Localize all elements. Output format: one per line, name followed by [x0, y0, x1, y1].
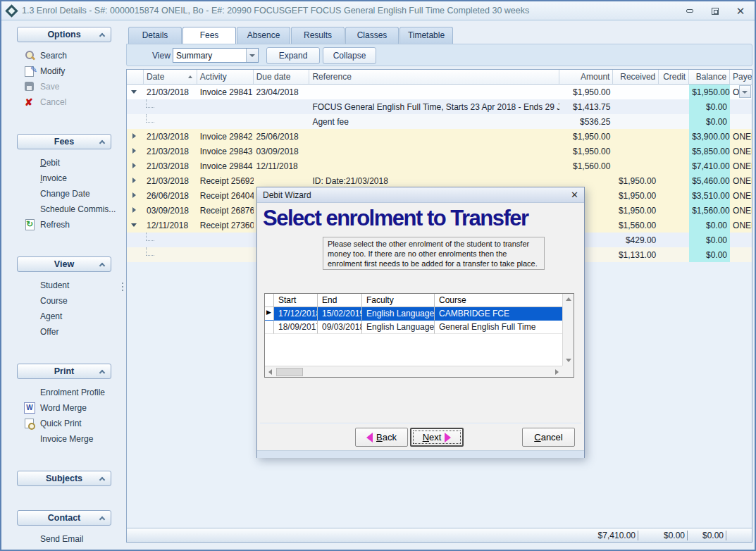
- enrolment-row[interactable]: ▶ 17/12/2018 15/02/2019 English Language…: [265, 307, 574, 321]
- item-label: Invoice Merge: [40, 434, 93, 444]
- col-balance[interactable]: Balance: [689, 70, 730, 84]
- sidebar-item-course[interactable]: Course: [7, 293, 121, 309]
- col-reference[interactable]: Reference: [309, 70, 559, 84]
- sidebar-item-search[interactable]: Search: [7, 48, 121, 63]
- chevron-down-icon[interactable]: [246, 49, 258, 62]
- sidebar-item-save[interactable]: Save: [7, 79, 121, 94]
- sidebar-item-agent[interactable]: Agent: [7, 309, 121, 324]
- col-date[interactable]: Date: [144, 70, 197, 84]
- sidebar-item-invoice-merge[interactable]: Invoice Merge: [7, 431, 121, 447]
- col-payee[interactable]: Payee: [730, 70, 752, 84]
- section-header-subjects[interactable]: Subjects: [17, 471, 111, 486]
- col-credit[interactable]: Credit: [659, 70, 689, 84]
- sidebar-item-enrolment-profile[interactable]: Enrolment Profile: [7, 385, 121, 400]
- next-button[interactable]: Next: [410, 428, 464, 447]
- cell-activity: Invoice 29844: [197, 159, 254, 173]
- row-expander[interactable]: [127, 99, 144, 114]
- sort-asc-icon: [188, 75, 192, 78]
- sidebar-item-invoice[interactable]: Invoice: [7, 171, 121, 186]
- collapse-button[interactable]: Collapse: [323, 47, 376, 64]
- col-due-date[interactable]: Due date: [254, 70, 310, 84]
- sidebar-item-student[interactable]: Student: [7, 278, 121, 293]
- payee-dropdown[interactable]: [739, 85, 751, 98]
- sidebar-item-offer[interactable]: Offer: [7, 324, 121, 340]
- row-expander[interactable]: [127, 203, 144, 218]
- maximize-icon[interactable]: [707, 5, 724, 17]
- close-icon[interactable]: ✕: [571, 190, 578, 200]
- cell-course: CAMBRIDGE FCE: [435, 307, 562, 321]
- scroll-right-icon[interactable]: [555, 369, 559, 375]
- item-label: Enrolment Profile: [40, 388, 105, 397]
- row-expander[interactable]: [127, 114, 144, 129]
- scroll-down-icon[interactable]: [566, 359, 571, 362]
- expander-icon: [131, 90, 137, 94]
- col-activity[interactable]: Activity: [197, 70, 254, 84]
- section-header-contact[interactable]: Contact: [17, 510, 111, 526]
- item-icon: [24, 295, 36, 307]
- row-expander[interactable]: [127, 85, 144, 99]
- cell-due-date: 25/06/2018: [254, 129, 310, 144]
- row-expander[interactable]: [127, 173, 144, 188]
- tab-strip: DetailsFeesAbsenceResultsClassesTimetabl…: [128, 27, 454, 44]
- back-button[interactable]: Back: [355, 428, 408, 447]
- minimize-icon[interactable]: [681, 5, 698, 17]
- horizontal-scrollbar[interactable]: [265, 366, 562, 377]
- dialog-title-bar[interactable]: Debit Wizard ✕: [257, 187, 584, 203]
- sidebar-item-change-date[interactable]: Change Date: [7, 186, 121, 202]
- sidebar-item-quick-print[interactable]: Quick Print: [7, 416, 121, 431]
- table-row[interactable]: FOCUS General English Full Time, Starts …: [127, 99, 752, 114]
- cell-received: [613, 85, 659, 99]
- enrolment-row[interactable]: 18/09/2017 09/03/2018 English Language G…: [265, 321, 574, 334]
- section-header-options[interactable]: Options: [17, 27, 111, 42]
- row-expander[interactable]: [127, 247, 144, 262]
- close-icon[interactable]: ✕: [732, 5, 749, 17]
- sidebar-item-cancel[interactable]: Cancel: [7, 94, 121, 110]
- sidebar-splitter-handle[interactable]: [120, 280, 125, 295]
- tab-absence[interactable]: Absence: [237, 27, 290, 44]
- cell-balance: $5,460.00: [689, 173, 730, 188]
- tab-details[interactable]: Details: [128, 27, 182, 44]
- expand-button[interactable]: Expand: [266, 47, 320, 64]
- app-logo-icon: [5, 4, 18, 17]
- col-received[interactable]: Received: [613, 70, 659, 84]
- sidebar-item-word-merge[interactable]: Word Merge: [7, 400, 121, 416]
- cell-activity: [197, 233, 254, 247]
- table-row[interactable]: Agent fee $536.25 $0.00: [127, 114, 752, 129]
- scroll-up-icon[interactable]: [566, 297, 571, 301]
- sidebar-item-debit[interactable]: Debit: [7, 155, 121, 171]
- col-amount[interactable]: Amount: [559, 70, 614, 84]
- tab-fees[interactable]: Fees: [182, 27, 236, 44]
- row-expander[interactable]: [127, 144, 144, 159]
- section-header-view[interactable]: View: [17, 256, 111, 272]
- table-row[interactable]: 21/03/2018 Invoice 29842 25/06/2018 $1,9…: [127, 129, 752, 144]
- sidebar-item-modify[interactable]: Modify: [7, 63, 121, 79]
- sidebar-item-send-email[interactable]: Send Email: [7, 531, 121, 547]
- sidebar-item-refresh[interactable]: Refresh: [7, 217, 121, 233]
- item-label: Debit: [40, 158, 60, 168]
- table-row[interactable]: 21/03/2018 Invoice 29843 03/09/2018 $1,9…: [127, 144, 752, 159]
- row-expander[interactable]: [127, 129, 144, 144]
- table-row[interactable]: 21/03/2018 Invoice 29841 23/04/2018 $1,9…: [127, 85, 752, 99]
- cell-reference: [309, 144, 559, 159]
- chevron-up-icon: [99, 263, 105, 268]
- row-expander[interactable]: [127, 233, 144, 247]
- scrollbar-thumb[interactable]: [276, 368, 303, 376]
- view-select[interactable]: Summary: [173, 48, 259, 63]
- scroll-left-icon[interactable]: [268, 369, 272, 375]
- tab-timetable[interactable]: Timetable: [399, 27, 453, 44]
- table-row[interactable]: 21/03/2018 Invoice 29844 12/11/2018 $1,5…: [127, 159, 752, 173]
- tab-classes[interactable]: Classes: [345, 27, 399, 44]
- row-expander[interactable]: [127, 218, 144, 233]
- tab-results[interactable]: Results: [291, 27, 345, 44]
- expander-icon: [132, 148, 136, 154]
- row-expander[interactable]: [127, 159, 144, 173]
- table-row[interactable]: 21/03/2018 Receipt 25692 ID: Date:21/03/…: [127, 173, 752, 188]
- cancel-button[interactable]: Cancel: [522, 428, 575, 447]
- cell-start: 18/09/2017: [274, 321, 318, 334]
- row-expander[interactable]: [127, 188, 144, 203]
- sidebar-item-schedule-commis[interactable]: Schedule Commis...: [7, 202, 121, 217]
- chevron-up-icon: [99, 477, 105, 483]
- section-header-print[interactable]: Print: [17, 364, 111, 379]
- section-header-fees[interactable]: Fees: [17, 134, 111, 149]
- vertical-scrollbar[interactable]: [562, 294, 574, 366]
